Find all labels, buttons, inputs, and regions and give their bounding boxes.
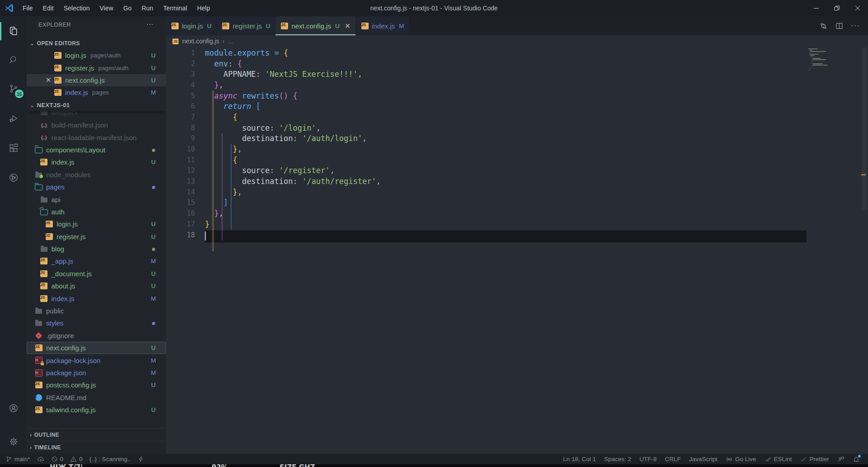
status-encoding[interactable]: UTF-8: [640, 456, 657, 462]
status-notifications[interactable]: [853, 456, 860, 463]
tree-item-auth[interactable]: auth: [27, 206, 166, 218]
folder-changes-dot: [147, 184, 160, 190]
split-editor-button[interactable]: [835, 22, 844, 30]
status-cursor-position[interactable]: Ln 18, Col 1: [563, 456, 596, 462]
tree-item-webpack[interactable]: webpack: [27, 111, 166, 119]
status-problems-scan[interactable]: {..} : Scanning..: [90, 456, 131, 462]
close-icon[interactable]: ✕: [345, 22, 351, 30]
activitybar-run-debug[interactable]: [0, 107, 27, 130]
tree-item-_app.js[interactable]: JS_app.jsM: [27, 255, 166, 267]
status-errors[interactable]: 0: [51, 456, 64, 462]
timeline-section-header[interactable]: › TIMELINE: [27, 441, 166, 453]
tree-item-postcss.config.js[interactable]: JSpostcss.config.jsU: [27, 379, 166, 391]
menu-go[interactable]: Go: [119, 3, 136, 13]
git-status-badge: U: [147, 77, 160, 84]
status-power[interactable]: [138, 456, 144, 462]
outline-section-header[interactable]: › OUTLINE: [27, 428, 166, 441]
tab-next.config.js[interactable]: JSnext.config.jsU✕: [275, 16, 356, 35]
tree-item-public[interactable]: public: [27, 305, 166, 317]
editor-scrollbar[interactable]: [861, 16, 868, 454]
status-warnings[interactable]: 0: [70, 456, 83, 462]
check-icon: [800, 456, 807, 463]
activitybar-source-control[interactable]: 15: [0, 77, 27, 100]
status-indentation[interactable]: Spaces: 2: [604, 456, 631, 462]
code-line-8: 8 source: '/login',: [166, 123, 807, 133]
git-status-badge: U: [147, 270, 160, 277]
status-git-branch[interactable]: main*: [5, 456, 30, 462]
tree-item-index.js[interactable]: JSindex.jsU: [27, 156, 166, 168]
tree-item-react-loadable-manifest.json[interactable]: {..}react-loadable-manifest.json: [27, 131, 166, 143]
menu-selection[interactable]: Selection: [60, 3, 94, 13]
tree-item-_document.js[interactable]: JS_document.jsU: [27, 268, 166, 280]
menu-help[interactable]: Help: [193, 3, 214, 13]
tree-item-login.js[interactable]: JSlogin.jsU: [27, 218, 166, 230]
activitybar-settings[interactable]: [0, 430, 27, 453]
tree-item-node_modules[interactable]: node_modules: [27, 169, 166, 181]
tab-bar: JSlogin.jsUJSregister.jsUJSnext.config.j…: [166, 16, 868, 35]
more-actions-button[interactable]: ···: [851, 21, 860, 30]
activitybar-search[interactable]: [0, 48, 27, 71]
tree-item-next.config.js[interactable]: JSnext.config.jsU: [27, 342, 166, 354]
git-status-badge: U: [147, 283, 160, 289]
tree-item-package.json[interactable]: npackage.jsonM: [27, 367, 166, 379]
activitybar-git-extension[interactable]: [0, 166, 27, 189]
tree-item-register.js[interactable]: JSregister.jsU: [27, 231, 166, 243]
tree-item-tailwind.config.js[interactable]: JStailwind.config.jsU: [27, 404, 166, 416]
tab-login.js[interactable]: JSlogin.jsU: [166, 16, 217, 35]
status-feedback[interactable]: [837, 456, 844, 463]
tree-item-README.md[interactable]: iREADME.md: [27, 392, 166, 404]
menu-file[interactable]: File: [19, 3, 37, 13]
status-eslint[interactable]: ESLint: [764, 456, 792, 463]
open-editor-login.js[interactable]: JSlogin.jspages\authU: [27, 49, 166, 61]
status-language-mode[interactable]: JavaScript: [689, 456, 717, 462]
explorer-sidebar: EXPLORER ⋯ ⌄ OPEN EDITORS JSlogin.jspage…: [27, 16, 166, 454]
open-editor-next.config.js[interactable]: ✕JSnext.config.jsU: [27, 74, 166, 86]
tree-item-.gitignore[interactable]: .gitignore: [27, 330, 166, 342]
tree-item-build-manifest.json[interactable]: {..}build-manifest.json: [27, 119, 166, 131]
activitybar-extensions[interactable]: [0, 137, 27, 160]
project-section-header[interactable]: ⌄ NEXTJS-01: [27, 99, 166, 111]
open-editor-index.js[interactable]: JSindex.jspagesM: [27, 86, 166, 99]
breadcrumb[interactable]: JS next.config.js › ...: [166, 35, 233, 47]
open-editor-register.js[interactable]: JSregister.jspages\authU: [27, 61, 166, 74]
status-prettier[interactable]: Prettier: [800, 456, 829, 463]
line-number: 4: [166, 81, 205, 89]
code-line-17: 17}: [166, 219, 807, 230]
tree-item-blog[interactable]: blog: [27, 243, 166, 255]
chevron-right-icon: ›: [30, 444, 32, 451]
line-number: 9: [166, 134, 205, 142]
tree-item-package-lock.json[interactable]: npackage-lock.jsonM: [27, 354, 166, 366]
tree-item-about.js[interactable]: JSabout.jsU: [27, 280, 166, 292]
chevron-down-icon: ⌄: [30, 102, 34, 108]
scrollbar-thumb[interactable]: [862, 47, 867, 210]
tree-item-components-Layout[interactable]: components\Layout: [27, 144, 166, 156]
vscode-logo: [4, 3, 14, 13]
code-line-14: 14 },: [166, 187, 807, 198]
explorer-more-actions[interactable]: ⋯: [146, 20, 154, 28]
status-go-live[interactable]: Go Live: [726, 456, 756, 463]
code-editor[interactable]: 1module.exports = {2 env: {3 APPNAME: 'N…: [166, 47, 807, 240]
activitybar-explorer[interactable]: [0, 19, 27, 43]
menu-run[interactable]: Run: [138, 3, 157, 13]
tree-item-index.js[interactable]: JSindex.jsM: [27, 292, 166, 304]
activitybar-accounts[interactable]: [0, 396, 27, 420]
tree-item-pages[interactable]: pages: [27, 181, 166, 193]
menu-terminal[interactable]: Terminal: [159, 3, 191, 13]
tree-item-styles[interactable]: styles: [27, 317, 166, 329]
minimize-button[interactable]: [806, 0, 826, 16]
chevron-right-icon: ›: [30, 432, 32, 438]
close-icon[interactable]: ✕: [43, 76, 54, 84]
tree-item-api[interactable]: api: [27, 193, 166, 205]
open-editors-header[interactable]: ⌄ OPEN EDITORS: [27, 37, 166, 49]
minimap[interactable]: [808, 48, 835, 73]
status-sync[interactable]: [37, 456, 44, 463]
tab-index.js[interactable]: JSindex.jsM: [356, 16, 409, 35]
open-changes-button[interactable]: [819, 22, 828, 30]
menu-edit[interactable]: Edit: [39, 3, 58, 13]
menu-view[interactable]: View: [95, 3, 117, 13]
close-button[interactable]: [847, 0, 868, 16]
git-status-badge: U: [147, 233, 160, 240]
restore-button[interactable]: [826, 0, 847, 16]
tab-register.js[interactable]: JSregister.jsU: [217, 16, 275, 35]
status-eol[interactable]: CRLF: [665, 456, 681, 462]
